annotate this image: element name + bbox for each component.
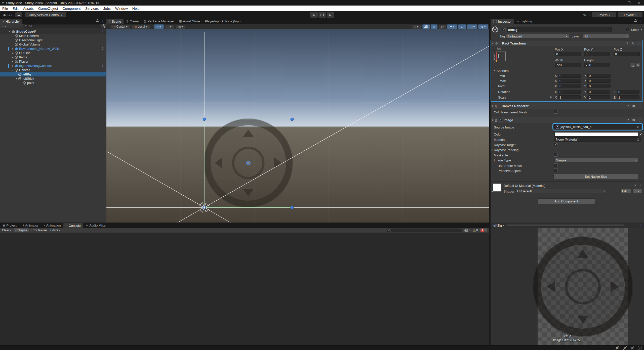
menu-file[interactable]: File [0, 6, 10, 11]
step-button[interactable]: ▶ [327, 12, 334, 18]
object-picker-icon[interactable]: ⊙ [637, 125, 639, 129]
lock-icon[interactable] [634, 21, 637, 22]
camera-settings-dropdown[interactable]: ◫▾ [467, 24, 477, 29]
source-image-field[interactable]: joystick_circle_pad_a ⊙ [554, 124, 641, 129]
menu-gameobject[interactable]: GameObject [36, 6, 60, 11]
tab-inspector[interactable]: i Inspector [491, 19, 514, 24]
hierarchy-menu-icon[interactable]: ⋮ [101, 20, 104, 23]
help-icon[interactable]: ? [626, 118, 630, 122]
component-menu-icon[interactable]: ⋮ [638, 104, 641, 108]
tab-hierarchy[interactable]: ≡ Hierarchy [0, 19, 22, 24]
prefab-open-chevron[interactable]: ❯ [102, 64, 104, 68]
presets-icon[interactable]: ⇆ [631, 41, 635, 45]
2d-mode-toggle[interactable]: 2D [422, 24, 430, 29]
gameobject-name-field[interactable]: leftBg [507, 27, 612, 32]
hierarchy-row-scene[interactable]: ▾ StudyCase4* ⋮ [0, 29, 106, 34]
scene-picker-icon[interactable] [102, 25, 105, 28]
shader-edit-button[interactable]: Edit... [620, 189, 631, 193]
link-broken-icon[interactable]: ⊘ [549, 96, 552, 99]
preview-menu-icon[interactable]: ⋮ [639, 224, 642, 227]
canvas-renderer-header[interactable]: ▾ ◍ Canvas Renderer ? ⇆ ⋮ [491, 103, 643, 109]
account-icon[interactable]: ☻ [3, 13, 7, 17]
image-enabled-checkbox[interactable]: ✓ [499, 118, 502, 122]
hierarchy-row[interactable]: ▾ leftStick [0, 76, 106, 81]
menu-window[interactable]: Window [113, 6, 130, 11]
scale-z-field[interactable]: 1 [617, 95, 639, 99]
hierarchy-row[interactable]: point [0, 81, 106, 85]
foldout-icon[interactable]: ▾ [491, 118, 494, 122]
tab-game[interactable]: ◎ Game [124, 18, 141, 24]
anchor-min-x-field[interactable]: 0 [558, 74, 581, 78]
object-picker-icon[interactable]: ⊙ [637, 138, 639, 141]
active-checkbox[interactable]: ✓ [502, 28, 506, 31]
foldout-icon[interactable]: ▾ [491, 104, 494, 108]
hierarchy-row[interactable]: ▸ Player [0, 59, 106, 64]
preview-header[interactable]: leftBg ▾ ⋮ [491, 223, 644, 228]
layer-dropdown[interactable]: UI▾ [583, 34, 629, 38]
hierarchy-search-input[interactable]: All [23, 24, 101, 28]
expander-icon[interactable]: ▸ [11, 64, 15, 68]
info-filter-toggle[interactable]: ! 0 [464, 228, 471, 232]
rotation-z-field[interactable]: 0 [617, 90, 639, 94]
create-button[interactable]: + [2, 24, 4, 28]
preview-drag-handle[interactable] [507, 225, 624, 226]
hierarchy-row[interactable]: Directional Light [0, 38, 106, 42]
version-control-button[interactable]: Unity Version Control ▾ [25, 12, 66, 17]
raycast-padding-foldout[interactable]: ▸ [491, 148, 494, 151]
console-log-area[interactable] [0, 233, 489, 345]
prefab-open-chevron[interactable]: ❯ [102, 47, 104, 51]
raw-edit-mode-button[interactable]: R [636, 63, 640, 67]
undo-history-icon[interactable]: ⟲ [583, 13, 586, 17]
search-icon[interactable] [588, 14, 590, 16]
tab-animator[interactable]: ⇉ Animator [19, 223, 41, 228]
play-button[interactable]: ▶ [310, 12, 318, 18]
maskable-checkbox[interactable]: ✓ [554, 153, 558, 157]
pivot-y-field[interactable]: 0 [587, 84, 611, 88]
increment-snap-dropdown[interactable]: ⌗▾ [165, 24, 174, 29]
account-dropdown-icon[interactable]: ▾ [11, 14, 12, 16]
image-type-dropdown[interactable]: Simple▾ [554, 158, 638, 162]
pos-z-field[interactable]: 0 [614, 52, 640, 56]
preserve-aspect-checkbox[interactable] [554, 168, 558, 172]
tab-asset-store[interactable]: ▣ Asset Store [177, 18, 203, 24]
layers-dropdown[interactable]: Layers▾ [592, 12, 616, 17]
scene-lighting-toggle[interactable]: ☼ [431, 24, 437, 29]
scale-x-field[interactable]: 1 [558, 95, 581, 99]
menu-assets[interactable]: Assets [21, 6, 36, 11]
pivot-x-field[interactable]: 0 [558, 84, 581, 88]
shader-dropdown[interactable]: UI/Default ▾ [516, 189, 606, 193]
hierarchy-row[interactable]: ▸ Items [0, 55, 106, 59]
rotation-y-field[interactable]: 0 [587, 90, 610, 94]
presets-icon[interactable]: ⇆ [632, 104, 636, 108]
component-menu-icon[interactable]: ⋮ [638, 118, 641, 122]
preview-dropdown-icon[interactable]: ▾ [503, 224, 504, 227]
pos-y-field[interactable]: 0 [584, 52, 610, 56]
help-icon[interactable]: ? [626, 41, 629, 45]
console-search-input[interactable] [387, 229, 462, 232]
grid-snapping-toggle[interactable]: ⌗▾ [154, 24, 164, 29]
collapse-toggle[interactable]: Collapse [14, 228, 29, 232]
gizmo-handle-top-left[interactable] [203, 118, 206, 121]
pause-button[interactable] [318, 12, 326, 18]
tab-project[interactable]: ▦ Project [0, 223, 19, 228]
inspector-menu-icon[interactable]: ⋮ [639, 20, 642, 23]
tab-scene[interactable]: # Scene [106, 19, 124, 24]
hierarchy-row[interactable]: ▾ Canvas [0, 68, 106, 72]
activity-ok-icon[interactable]: ✓ [638, 346, 642, 350]
anchor-preset-widget[interactable] [496, 52, 506, 61]
hierarchy-row[interactable]: Global Volume [0, 42, 106, 47]
account-initial[interactable]: G [8, 13, 10, 17]
material-field[interactable]: None (Material) ⊙ [554, 137, 641, 142]
menu-jobs[interactable]: Jobs [101, 6, 113, 11]
snap-settings-dropdown[interactable]: ▥▾ [175, 24, 185, 29]
anchor-max-x-field[interactable]: 0 [558, 79, 581, 83]
image-header[interactable]: ▾ ▨ ✓ Image ? ⇆ ⋮ [491, 117, 643, 123]
shader-list-button[interactable]: ≡ ▾ [632, 189, 642, 193]
tab-player-input-actions[interactable]: PlayerInputActions (Input... [203, 18, 247, 24]
menu-edit[interactable]: Edit [10, 6, 21, 11]
anchor-min-y-field[interactable]: 0 [587, 74, 611, 78]
cache-server-disabled-icon[interactable]: ≣ [623, 346, 627, 350]
width-field[interactable]: 720 [555, 63, 581, 67]
tag-dropdown[interactable]: Untagged▾ [506, 34, 569, 38]
static-checkbox[interactable] [626, 28, 629, 31]
